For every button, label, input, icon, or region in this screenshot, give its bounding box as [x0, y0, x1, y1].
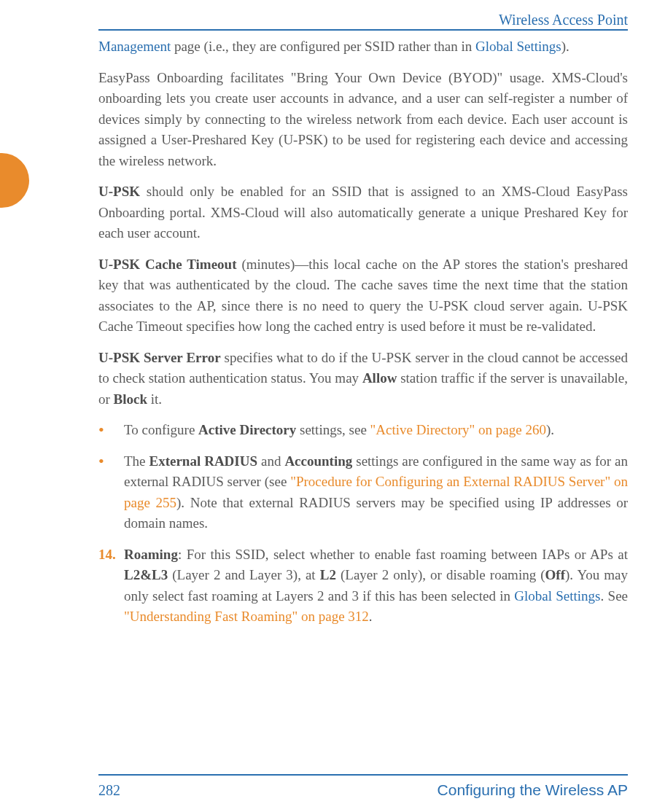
page-number: 282	[98, 782, 120, 799]
text: (Layer 2 only), or disable roaming (	[336, 567, 545, 582]
link-global-settings[interactable]: Global Settings	[475, 39, 561, 54]
section-title: Configuring the Wireless AP	[438, 781, 628, 799]
page-footer: 282 Configuring the Wireless AP	[98, 781, 628, 799]
text: (Layer 2 and Layer 3), at	[168, 567, 320, 582]
text: page (i.e., they are configured per SSID…	[171, 39, 475, 54]
header-title: Wireless Access Point	[499, 12, 628, 28]
text: ).	[546, 422, 554, 437]
text: . See	[601, 588, 628, 604]
text: The	[124, 453, 149, 469]
bullet-icon: •	[98, 420, 104, 441]
text: ).	[561, 39, 569, 54]
text: To configure	[124, 422, 198, 437]
link-global-settings[interactable]: Global Settings	[514, 588, 600, 604]
text: settings, see	[296, 422, 370, 437]
bold-l2l3: L2&L3	[124, 567, 168, 582]
side-tab	[0, 153, 29, 208]
page: Wireless Access Point Management page (i…	[0, 0, 657, 812]
bold-accounting: Accounting	[284, 453, 352, 469]
text: ). Note that external RADIUS servers may…	[124, 495, 628, 531]
link-active-directory[interactable]: "Active Directory" on page 260	[370, 422, 546, 437]
text: : For this SSID, select whether to enabl…	[178, 547, 628, 562]
bullet-icon: •	[98, 451, 104, 472]
text: .	[369, 609, 373, 624]
bold-roaming: Roaming	[124, 547, 178, 562]
bullet-item: • To configure Active Directory settings…	[98, 420, 628, 441]
bold-l2: L2	[320, 567, 336, 582]
link-management[interactable]: Management	[98, 39, 171, 54]
bold-block: Block	[114, 391, 147, 407]
bold-cache-timeout: U-PSK Cache Timeout	[98, 257, 236, 272]
paragraph: Management page (i.e., they are configur…	[98, 36, 628, 58]
bold-upsk: U-PSK	[98, 184, 140, 199]
header-rule	[98, 29, 628, 31]
bold-external-radius: External RADIUS	[149, 453, 258, 469]
text: it.	[147, 391, 162, 407]
paragraph: U-PSK should only be enabled for an SSID…	[98, 181, 628, 244]
item-number: 14.	[98, 544, 116, 566]
footer-rule	[98, 774, 628, 776]
numbered-item: 14. Roaming: For this SSID, select wheth…	[98, 544, 628, 628]
bullet-item: • The External RADIUS and Accounting set…	[98, 451, 628, 534]
paragraph: U-PSK Server Error specifies what to do …	[98, 348, 628, 410]
bold-active-directory: Active Directory	[198, 422, 296, 437]
text: and	[257, 453, 284, 469]
page-header: Wireless Access Point	[98, 12, 628, 28]
link-fast-roaming[interactable]: "Understanding Fast Roaming" on page 312	[124, 609, 369, 624]
paragraph: U-PSK Cache Timeout (minutes)—this local…	[98, 254, 628, 337]
bold-off: Off	[545, 567, 565, 582]
bold-allow: Allow	[362, 370, 397, 386]
content: Management page (i.e., they are configur…	[98, 36, 628, 761]
bold-server-error: U-PSK Server Error	[98, 350, 221, 365]
paragraph: EasyPass Onboarding facilitates "Bring Y…	[98, 68, 628, 172]
text: should only be enabled for an SSID that …	[98, 184, 628, 241]
